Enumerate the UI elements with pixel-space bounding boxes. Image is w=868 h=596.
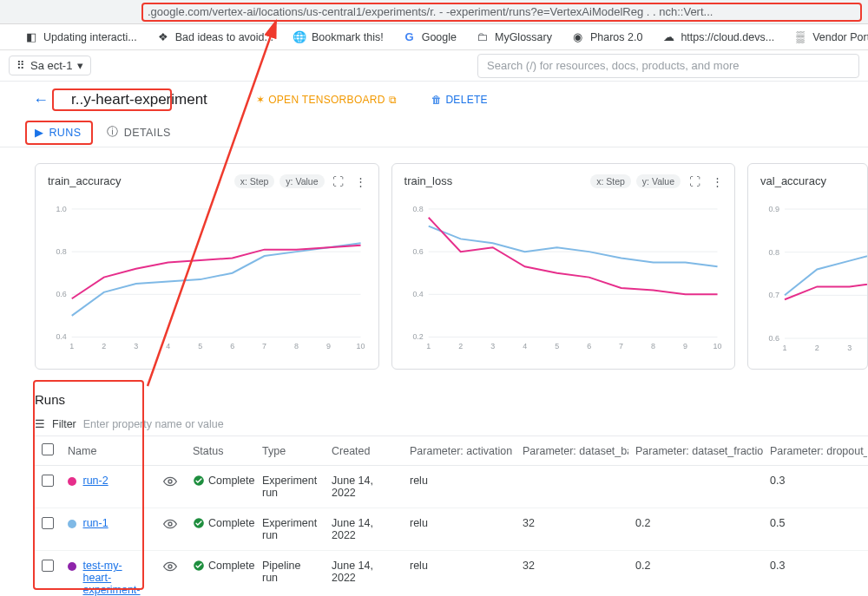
svg-text:2: 2: [102, 342, 106, 350]
col-activation[interactable]: Parameter: activation: [403, 436, 516, 466]
gcp-icon: ⠿: [16, 59, 25, 72]
bookmark-item[interactable]: ☁︎ https://cloud.devs...: [661, 30, 774, 44]
tab-runs[interactable]: ▶ RUNS: [35, 126, 81, 139]
svg-text:0.6: 0.6: [412, 247, 423, 256]
svg-text:7: 7: [619, 342, 623, 350]
tab-runs-label: RUNS: [49, 127, 81, 139]
site-icon: ❖: [156, 30, 170, 44]
filter-input[interactable]: Enter property name or value: [83, 418, 224, 430]
color-dot: [68, 562, 76, 571]
cell-dropout: 0.5: [763, 508, 867, 551]
filter-icon[interactable]: ☰: [35, 417, 45, 430]
row-checkbox[interactable]: [42, 475, 54, 487]
search-input[interactable]: Search (/) for resources, docs, products…: [477, 54, 859, 78]
visibility-icon[interactable]: [163, 564, 177, 576]
svg-text:8: 8: [651, 342, 655, 350]
bookmark-item[interactable]: ◉ Pharos 2.0: [571, 30, 642, 44]
col-status[interactable]: Status: [186, 436, 255, 466]
bookmark-item[interactable]: ▒ Vendor Portal: [793, 30, 868, 44]
svg-text:0.6: 0.6: [56, 290, 66, 298]
col-created[interactable]: Created: [325, 436, 403, 466]
svg-text:0.7: 0.7: [769, 291, 780, 299]
run-name-link[interactable]: test-my-heart-experiment-pipeline-run: [82, 560, 143, 596]
bookmark-label: https://cloud.devs...: [681, 31, 774, 43]
bookmark-item[interactable]: G Google: [403, 30, 457, 44]
y-axis-chip[interactable]: y: Value: [279, 174, 324, 188]
svg-text:6: 6: [230, 342, 234, 350]
x-axis-chip[interactable]: x: Step: [234, 174, 275, 188]
cell-created: June 14, 2022: [325, 508, 403, 551]
svg-text:1.0: 1.0: [56, 205, 66, 213]
experiment-header: ← r..y-heart-experiment ✶ OPEN TENSORBOA…: [0, 82, 868, 118]
run-name-link[interactable]: run-2: [82, 475, 108, 487]
visibility-icon[interactable]: [163, 479, 177, 491]
svg-text:8: 8: [294, 342, 299, 350]
select-all-checkbox[interactable]: [42, 443, 54, 455]
svg-text:5: 5: [555, 342, 559, 350]
svg-text:0.6: 0.6: [769, 334, 780, 343]
bookmark-label: Bookmark this!: [312, 31, 384, 43]
status-complete: Complete: [193, 475, 255, 487]
more-icon[interactable]: ⋮: [708, 173, 726, 190]
chart-controls: x: Step y: Value ⛶ ⋮: [590, 173, 726, 190]
cloud-icon: ☁︎: [661, 30, 675, 44]
info-icon: ⓘ: [107, 125, 118, 140]
bookmark-label: Bad ideas to avoid...: [175, 31, 273, 43]
fullscreen-icon[interactable]: ⛶: [686, 173, 703, 190]
cell-dropout: 0.3: [763, 551, 867, 597]
delete-button[interactable]: 🗑 DELETE: [431, 94, 488, 106]
chart-title: val_accuracy: [760, 174, 855, 187]
back-arrow-icon[interactable]: ←: [33, 91, 49, 109]
col-name[interactable]: Name: [61, 436, 156, 466]
bookmark-label: Pharos 2.0: [590, 31, 642, 43]
cell-dropout: 0.3: [763, 466, 867, 508]
tab-details[interactable]: ⓘ DETAILS: [107, 125, 170, 140]
bookmark-label: MyGlossary: [495, 31, 552, 43]
x-axis-chip[interactable]: x: Step: [590, 174, 631, 188]
chart-plot: 0.60.70.80.912345678910: [760, 202, 868, 354]
table-row: run-1 Complete Experiment run June 14, 2…: [35, 508, 868, 551]
svg-text:3: 3: [490, 342, 495, 350]
open-tensorboard-button[interactable]: ✶ OPEN TENSORBOARD ⧉: [256, 94, 397, 106]
play-icon: ▶: [35, 126, 43, 139]
table-header-row: Name Status Type Created Parameter: acti…: [35, 436, 868, 466]
project-selector[interactable]: ⠿ Sa ect-1 ▾: [9, 56, 91, 75]
bookmark-item[interactable]: 🌐 Bookmark this!: [293, 30, 384, 44]
search-placeholder: Search (/) for resources, docs, products…: [487, 59, 739, 72]
col-split[interactable]: Parameter: dataset_fraction_split: [628, 436, 763, 466]
svg-text:0.9: 0.9: [769, 205, 780, 213]
cell-activation: relu: [403, 508, 516, 551]
y-axis-chip[interactable]: y: Value: [636, 174, 681, 188]
run-name-link[interactable]: run-1: [82, 517, 108, 529]
filter-bar: ☰ Filter Enter property name or value: [35, 417, 868, 436]
cell-activation: relu: [403, 466, 516, 508]
bookmark-item[interactable]: ❖ Bad ideas to avoid...: [156, 30, 273, 44]
site-icon: ▒: [793, 30, 807, 44]
col-batch[interactable]: Parameter: dataset_batch: [516, 436, 628, 466]
chart-plot: 0.40.60.81.012345678910: [48, 202, 365, 352]
external-link-icon: ⧉: [389, 94, 397, 106]
cell-created: June 14, 2022: [325, 551, 403, 597]
svg-point-58: [168, 565, 172, 568]
svg-text:7: 7: [262, 342, 266, 350]
visibility-icon[interactable]: [163, 521, 177, 534]
row-checkbox[interactable]: [42, 517, 54, 529]
google-icon: G: [403, 30, 417, 44]
row-checkbox[interactable]: [42, 560, 54, 572]
bookmark-item[interactable]: ◧ Updating interacti...: [24, 30, 137, 44]
col-dropout[interactable]: Parameter: dropout_rate: [763, 436, 867, 466]
bookmark-item[interactable]: 🗀 MyGlossary: [476, 30, 552, 44]
more-icon[interactable]: ⋮: [352, 173, 370, 190]
chart-plot: 0.20.40.60.812345678910: [404, 202, 722, 352]
svg-point-54: [168, 480, 172, 483]
charts-row: train_accuracy x: Step y: Value ⛶ ⋮ 0.40…: [0, 147, 868, 387]
col-type[interactable]: Type: [255, 436, 325, 466]
cell-split: 0.2: [628, 551, 763, 597]
cell-type: Pipeline run: [255, 551, 325, 597]
cell-batch: [516, 466, 628, 508]
tensorboard-icon: ✶: [256, 94, 265, 106]
cell-created: June 14, 2022: [325, 466, 403, 508]
cell-split: [628, 466, 763, 508]
runs-table: Name Status Type Created Parameter: acti…: [35, 436, 868, 596]
fullscreen-icon[interactable]: ⛶: [330, 173, 347, 190]
